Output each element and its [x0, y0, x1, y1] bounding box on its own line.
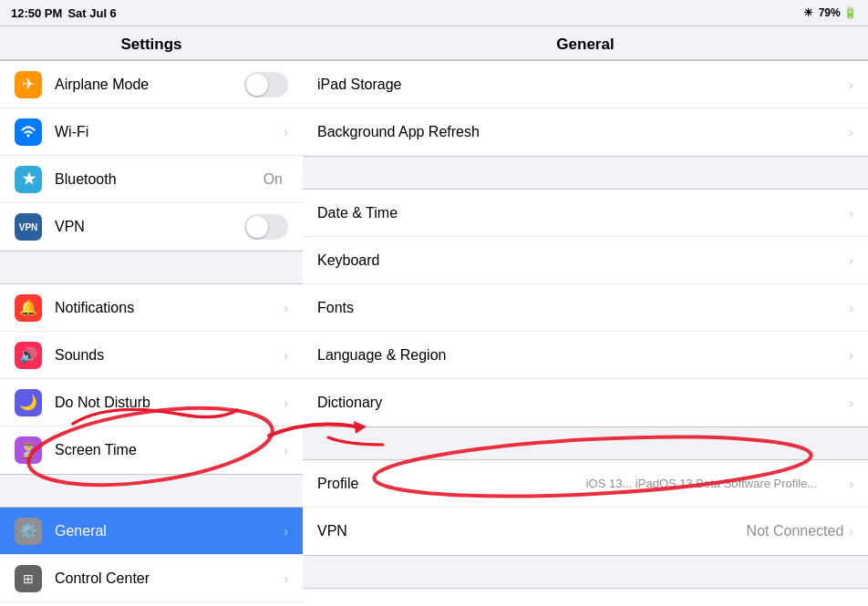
general-label: General [55, 523, 280, 539]
detail-section-storage: iPad Storage › Background App Refresh › [303, 60, 868, 157]
do-not-disturb-chevron-icon: › [284, 395, 288, 410]
control-center-icon: ⊞ [15, 565, 42, 592]
date-label: Sat Jul 6 [67, 6, 116, 20]
sidebar-item-control-center[interactable]: ⊞ Control Center › [0, 555, 303, 602]
detail-section-legal: Legal & Regulatory › [303, 588, 868, 606]
profile-label: Profile [317, 476, 581, 492]
airplane-mode-toggle[interactable] [244, 72, 288, 98]
bluetooth-label: Bluetooth [55, 171, 264, 188]
detail-item-legal-regulatory[interactable]: Legal & Regulatory › [303, 589, 868, 606]
vpn-detail-label: VPN [317, 523, 747, 539]
detail-section-profile-vpn: Profile iOS 13... iPadOS 13 Beta Softwar… [303, 459, 868, 556]
fonts-label: Fonts [317, 300, 849, 316]
wifi-label: Wi-Fi [55, 124, 280, 140]
sidebar-item-wifi[interactable]: Wi-Fi › [0, 108, 303, 156]
detail-gap-1 [303, 157, 868, 189]
detail-panel: General iPad Storage › Background App Re… [303, 26, 868, 606]
sidebar-section-connectivity: ✈ Airplane Mode [0, 60, 303, 252]
time-label: 12:50 PM [11, 6, 62, 20]
notifications-chevron-icon: › [284, 301, 288, 315]
control-center-label: Control Center [55, 570, 280, 587]
general-chevron-icon: › [284, 524, 288, 539]
brightness-icon: ☀ [803, 6, 813, 19]
sidebar-item-sounds[interactable]: 🔊 Sounds › [0, 332, 303, 379]
screen-time-icon: ⏳ [15, 437, 42, 464]
sidebar-gap-1 [0, 252, 303, 283]
detail-item-dictionary[interactable]: Dictionary › [303, 379, 868, 426]
general-icon: ⚙️ [15, 518, 42, 545]
notifications-icon: 🔔 [15, 294, 42, 322]
language-region-chevron-icon: › [849, 348, 853, 363]
ipad-storage-label: iPad Storage [317, 77, 849, 93]
bluetooth-icon: ★ [15, 166, 42, 193]
detail-item-fonts[interactable]: Fonts › [303, 284, 868, 332]
bluetooth-value: On [264, 171, 283, 188]
airplane-mode-toggle-knob [246, 74, 268, 96]
status-bar: 12:50 PM Sat Jul 6 ☀ 79% 🔋 [0, 0, 868, 26]
wifi-chevron-icon: › [284, 125, 288, 139]
sidebar-gap-2 [0, 475, 303, 507]
date-time-chevron-icon: › [849, 206, 853, 221]
sounds-icon: 🔊 [15, 342, 42, 369]
sidebar-item-do-not-disturb[interactable]: 🌙 Do Not Disturb › [0, 379, 303, 426]
sidebar-title: Settings [120, 36, 181, 53]
vpn-toggle[interactable] [244, 214, 288, 240]
detail-item-profile[interactable]: Profile iOS 13... iPadOS 13 Beta Softwar… [303, 460, 868, 508]
background-app-refresh-label: Background App Refresh [317, 124, 849, 140]
sidebar-item-screen-time[interactable]: ⏳ Screen Time › [0, 426, 303, 474]
detail-item-ipad-storage[interactable]: iPad Storage › [303, 61, 868, 108]
sidebar-list: ✈ Airplane Mode [0, 60, 303, 606]
control-center-chevron-icon: › [284, 571, 288, 586]
screen-time-label: Screen Time [55, 442, 280, 458]
vpn-label: VPN [55, 219, 244, 235]
profile-sublabel: iOS 13... iPadOS 13 Beta Software Profil… [586, 477, 850, 490]
airplane-mode-label: Airplane Mode [55, 77, 244, 93]
keyboard-chevron-icon: › [849, 253, 853, 268]
detail-item-date-time[interactable]: Date & Time › [303, 190, 868, 237]
airplane-mode-icon: ✈ [15, 71, 42, 98]
detail-item-background-app-refresh[interactable]: Background App Refresh › [303, 108, 868, 156]
detail-list: iPad Storage › Background App Refresh › … [303, 60, 868, 606]
vpn-detail-chevron-icon: › [849, 524, 853, 539]
language-region-label: Language & Region [317, 347, 849, 364]
detail-item-keyboard[interactable]: Keyboard › [303, 237, 868, 284]
do-not-disturb-icon: 🌙 [15, 389, 42, 416]
notifications-label: Notifications [55, 300, 280, 316]
status-icons: ☀ 79% 🔋 [803, 6, 857, 19]
detail-header: General [303, 26, 868, 60]
detail-section-datetime: Date & Time › Keyboard › Fonts › Languag… [303, 189, 868, 427]
status-time: 12:50 PM Sat Jul 6 [11, 6, 117, 20]
sidebar-item-notifications[interactable]: 🔔 Notifications › [0, 284, 303, 332]
sounds-label: Sounds [55, 347, 280, 364]
vpn-icon: VPN [15, 213, 42, 241]
fonts-chevron-icon: › [849, 301, 853, 315]
battery-label: 79% 🔋 [819, 6, 857, 19]
keyboard-label: Keyboard [317, 252, 849, 269]
sidebar-item-vpn[interactable]: VPN VPN [0, 203, 303, 251]
sidebar: Settings ✈ Airplane Mode [0, 26, 303, 606]
sidebar-section-notifications: 🔔 Notifications › 🔊 Sounds › [0, 283, 303, 475]
sidebar-item-display-brightness[interactable]: AA Display & Brightness › [0, 602, 303, 606]
sidebar-section-system: ⚙️ General › ⊞ Control Center › [0, 507, 303, 606]
sidebar-header: Settings [0, 26, 303, 60]
date-time-label: Date & Time [317, 205, 849, 221]
screen-time-chevron-icon: › [284, 443, 288, 457]
sidebar-item-general[interactable]: ⚙️ General › [0, 508, 303, 555]
ipad-storage-chevron-icon: › [849, 77, 853, 92]
wifi-icon [15, 118, 42, 146]
sounds-chevron-icon: › [284, 348, 288, 363]
vpn-detail-value: Not Connected [747, 523, 844, 539]
sidebar-item-bluetooth[interactable]: ★ Bluetooth On [0, 156, 303, 203]
profile-chevron-icon: › [849, 477, 853, 491]
do-not-disturb-label: Do Not Disturb [55, 395, 280, 411]
detail-title: General [556, 36, 614, 53]
sidebar-item-airplane-mode[interactable]: ✈ Airplane Mode [0, 61, 303, 108]
detail-item-vpn[interactable]: VPN Not Connected › [303, 508, 868, 555]
detail-item-language-region[interactable]: Language & Region › [303, 332, 868, 379]
dictionary-label: Dictionary [317, 395, 849, 411]
vpn-toggle-knob [246, 216, 268, 238]
detail-gap-3 [303, 556, 868, 588]
detail-gap-2 [303, 427, 868, 459]
background-app-refresh-chevron-icon: › [849, 125, 853, 139]
dictionary-chevron-icon: › [849, 395, 853, 410]
